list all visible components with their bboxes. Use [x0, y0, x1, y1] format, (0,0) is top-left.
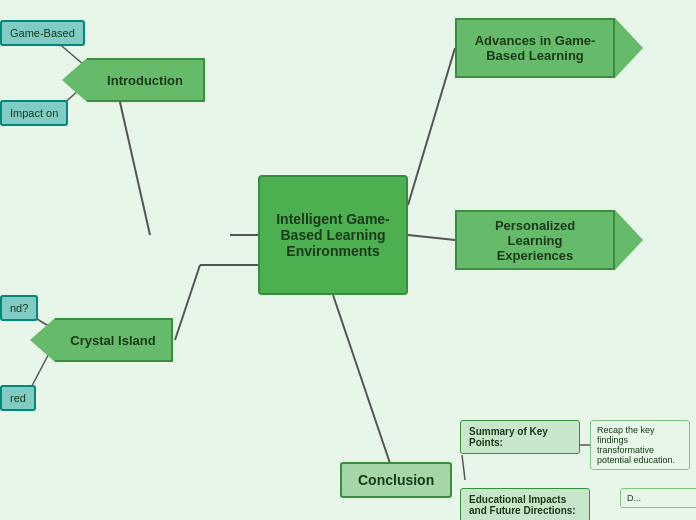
summary-key-label: Summary of Key Points: [469, 426, 548, 448]
introduction-arrow[interactable]: Introduction [62, 58, 205, 102]
personalized-label: Personalized Learning Experiences [455, 210, 615, 270]
leaf-island-r[interactable]: red [0, 385, 36, 411]
detail2-box: D... [620, 488, 696, 508]
personalized-arrowhead [615, 210, 643, 270]
svg-line-6 [333, 295, 395, 478]
central-label: Intelligent Game-Based Learning Environm… [268, 211, 398, 259]
leaf-island-q[interactable]: nd? [0, 295, 38, 321]
svg-line-11 [462, 455, 465, 480]
leaf-game-based[interactable]: Game-Based [0, 20, 85, 46]
crystal-label: Crystal Island [55, 318, 173, 362]
advances-label: Advances in Game-Based Learning [455, 18, 615, 78]
personalized-arrow[interactable]: Personalized Learning Experiences [455, 210, 643, 270]
edu-impacts-box[interactable]: Educational Impacts and Future Direction… [460, 488, 590, 520]
recap-box: Recap the key findings transformative po… [590, 420, 690, 470]
conclusion-node[interactable]: Conclusion [340, 462, 452, 498]
svg-line-4 [408, 48, 455, 205]
detail2-label: D... [627, 493, 641, 503]
introduction-arrowhead [62, 58, 87, 102]
advances-arrow[interactable]: Advances in Game-Based Learning [455, 18, 643, 78]
svg-line-1 [115, 80, 150, 235]
leaf-island-r-label: red [10, 392, 26, 404]
leaf-island-q-label: nd? [10, 302, 28, 314]
crystal-arrowhead [30, 318, 55, 362]
recap-label: Recap the key findings transformative po… [597, 425, 675, 465]
conclusion-label: Conclusion [358, 472, 434, 488]
advances-arrowhead [615, 18, 643, 78]
summary-key-box[interactable]: Summary of Key Points: [460, 420, 580, 454]
svg-line-5 [408, 235, 455, 240]
crystal-island-arrow[interactable]: Crystal Island [30, 318, 173, 362]
leaf-impact-on[interactable]: Impact on [0, 100, 68, 126]
central-node[interactable]: Intelligent Game-Based Learning Environm… [258, 175, 408, 295]
svg-line-3 [175, 265, 200, 340]
leaf-impact-label: Impact on [10, 107, 58, 119]
leaf-game-based-label: Game-Based [10, 27, 75, 39]
introduction-label: Introduction [87, 58, 205, 102]
edu-impacts-label: Educational Impacts and Future Direction… [469, 494, 576, 516]
